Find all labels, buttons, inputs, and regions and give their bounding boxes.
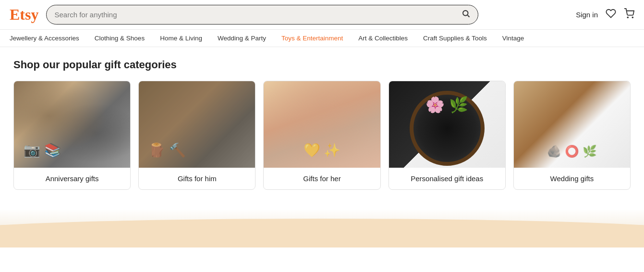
category-image-him (139, 81, 255, 168)
wave-footer (0, 209, 644, 247)
nav-item-toys[interactable]: Toys & Entertainment (281, 35, 343, 42)
header: Etsy Sign in (0, 0, 644, 30)
nav-item-art[interactable]: Art & Collectibles (358, 35, 408, 42)
search-button[interactable] (462, 9, 470, 20)
main-nav: Jewellery & Accessories Clothing & Shoes… (0, 30, 644, 47)
svg-point-0 (463, 11, 468, 16)
nav-item-wedding[interactable]: Wedding & Party (218, 35, 266, 42)
nav-item-jewellery[interactable]: Jewellery & Accessories (10, 35, 79, 42)
heart-icon (606, 8, 616, 19)
category-card-her[interactable]: Gifts for her (263, 81, 380, 190)
categories-grid: Anniversary gifts Gifts for him Gifts fo… (13, 81, 631, 190)
category-label-her: Gifts for her (264, 168, 380, 189)
category-card-anniversary[interactable]: Anniversary gifts (13, 81, 131, 190)
nav-item-home[interactable]: Home & Living (160, 35, 202, 42)
category-image-personalised (389, 81, 505, 168)
search-bar (46, 5, 478, 25)
category-card-him[interactable]: Gifts for him (138, 81, 255, 190)
category-image-wedding (514, 81, 630, 168)
cart-icon (624, 8, 634, 19)
svg-line-1 (468, 15, 470, 17)
main-content: Shop our popular gift categories Anniver… (0, 47, 644, 209)
category-label-anniversary: Anniversary gifts (14, 168, 130, 189)
search-input[interactable] (54, 11, 462, 19)
cart-button[interactable] (624, 8, 634, 21)
etsy-logo[interactable]: Etsy (10, 6, 38, 24)
nav-item-craft[interactable]: Craft Supplies & Tools (423, 35, 487, 42)
header-actions: Sign in (576, 8, 634, 21)
nav-item-clothing[interactable]: Clothing & Shoes (95, 35, 145, 42)
category-label-personalised: Personalised gift ideas (389, 168, 505, 189)
category-label-him: Gifts for him (139, 168, 255, 189)
search-icon (462, 9, 470, 18)
wishlist-button[interactable] (606, 8, 616, 21)
sign-in-button[interactable]: Sign in (576, 11, 598, 19)
category-image-her (264, 81, 380, 168)
category-label-wedding: Wedding gifts (514, 168, 630, 189)
nav-item-vintage[interactable]: Vintage (502, 35, 524, 42)
category-image-anniversary (14, 81, 130, 168)
svg-point-2 (627, 17, 628, 18)
section-title: Shop our popular gift categories (13, 59, 631, 71)
svg-point-3 (632, 17, 633, 18)
category-card-wedding[interactable]: Wedding gifts (513, 81, 631, 190)
category-card-personalised[interactable]: Personalised gift ideas (389, 81, 506, 190)
